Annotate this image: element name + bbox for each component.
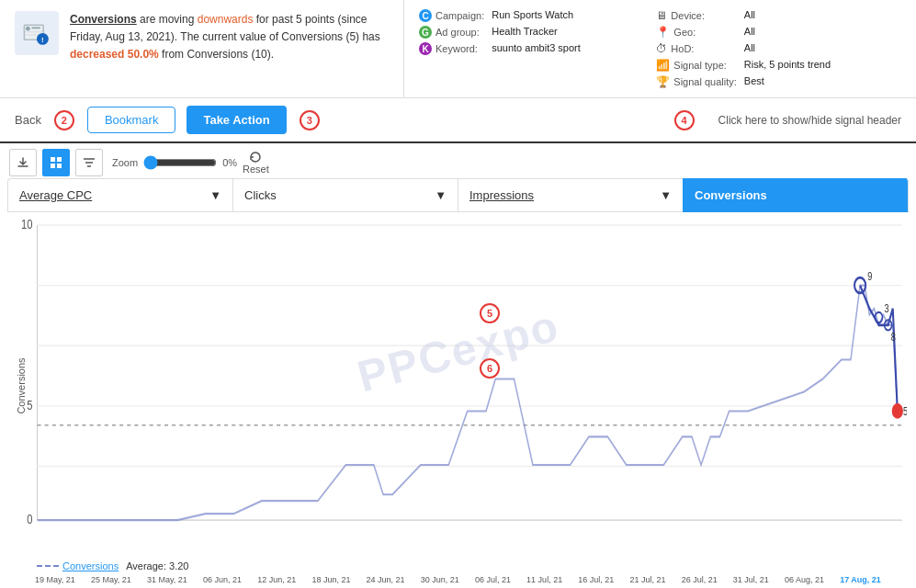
x-label-8: 06 Jul, 21: [475, 575, 511, 584]
tab-impressions-arrow: ▼: [660, 188, 672, 202]
chart-wrapper: PPCexpo Conversions 10 5 0: [9, 212, 907, 559]
filter-button[interactable]: [75, 149, 103, 176]
keyword-value: suunto ambit3 sport: [492, 42, 649, 55]
adgroup-value: Health Tracker: [492, 26, 649, 39]
reset-button[interactable]: Reset: [243, 151, 269, 175]
tab-conversions[interactable]: Conversions: [683, 178, 909, 212]
svg-text:5: 5: [27, 397, 32, 413]
x-label-2: 31 May, 21: [147, 575, 187, 584]
signal-type-value: Risk, 5 points trend: [744, 59, 901, 72]
signal-quality-value: Best: [744, 75, 901, 88]
zoom-row: Zoom 0% Reset: [112, 151, 269, 175]
alert-msg-3: from Conversions (10).: [159, 48, 274, 61]
x-label-14: 06 Aug, 21: [785, 575, 824, 584]
zoom-label: Zoom: [112, 157, 138, 168]
alert-text: Conversions are moving downwards for pas…: [70, 11, 389, 64]
details-section: C Campaign: Run Sports Watch 🖥 Device: A…: [404, 0, 916, 97]
x-label-1: 25 May, 21: [91, 575, 131, 584]
badge-4: 4: [674, 110, 695, 130]
svg-rect-4: [25, 31, 42, 32]
tab-average-cpc[interactable]: Average CPC ▼: [7, 178, 232, 212]
svg-rect-5: [25, 35, 40, 36]
alert-section: ! Conversions are moving downwards for p…: [0, 0, 404, 97]
badge-3: 3: [300, 110, 320, 130]
tab-average-cpc-label: Average CPC: [19, 188, 92, 202]
badge-2: 2: [54, 110, 74, 130]
tab-conversions-label: Conversions: [695, 188, 767, 202]
x-label-7: 30 Jun, 21: [421, 575, 459, 584]
svg-text:!: !: [41, 36, 44, 44]
device-value: All: [744, 9, 901, 22]
adgroup-icon: G: [419, 26, 432, 39]
grid-button[interactable]: [42, 149, 70, 176]
alert-decrease: decreased 50.0%: [70, 48, 159, 61]
take-action-button[interactable]: Take Action: [187, 106, 286, 134]
svg-rect-9: [57, 157, 62, 162]
x-label-12: 26 Jul, 21: [682, 575, 718, 584]
x-label-6: 24 Jun, 21: [367, 575, 405, 584]
average-text: Average: 3.20: [126, 560, 188, 571]
hod-label: ⏱ HoD:: [656, 42, 737, 55]
hod-value: All: [744, 42, 901, 55]
bookmark-button[interactable]: Bookmark: [87, 107, 176, 133]
y-axis-label: Conversions: [16, 357, 27, 413]
x-label-last: 17 Aug, 21: [840, 575, 881, 584]
x-label-3: 06 Jun, 21: [203, 575, 242, 584]
device-label: 🖥 Device:: [656, 9, 737, 22]
zoom-slider[interactable]: [143, 155, 217, 170]
svg-rect-10: [51, 164, 55, 168]
geo-value: All: [744, 26, 901, 39]
legend-item-conversions: Conversions: [37, 560, 119, 571]
signal-type-label: 📶 Signal type:: [656, 59, 737, 72]
alert-icon: !: [15, 11, 59, 55]
alert-msg-1: are moving: [137, 13, 198, 26]
svg-text:10: 10: [21, 216, 32, 232]
legend-line: [37, 565, 59, 567]
x-label-9: 11 Jul, 21: [526, 575, 562, 584]
x-label-0: 19 May, 21: [35, 575, 75, 584]
svg-text:8: 8: [891, 330, 896, 343]
x-label-13: 31 Jul, 21: [733, 575, 769, 584]
svg-text:0: 0: [27, 512, 32, 527]
x-label-10: 16 Jul, 21: [578, 575, 614, 584]
tab-average-cpc-arrow: ▼: [209, 188, 221, 202]
svg-point-32: [892, 403, 903, 419]
chart-control-row: [9, 149, 103, 176]
tab-impressions[interactable]: Impressions ▼: [458, 178, 683, 212]
signal-header-text[interactable]: Click here to show/hide signal header: [718, 114, 901, 127]
svg-text:3: 3: [885, 301, 889, 314]
geo-label: 📍 Geo:: [656, 26, 737, 39]
keyword-icon: K: [419, 42, 432, 55]
x-label-11: 21 Jul, 21: [629, 575, 665, 584]
chart-svg: 10 5 0 9 3 8 5: [9, 212, 907, 559]
x-label-5: 18 Jun, 21: [311, 575, 350, 584]
tab-clicks-label: Clicks: [244, 188, 277, 202]
tab-clicks-arrow: ▼: [435, 188, 447, 202]
keyword-label: K Keyword:: [419, 42, 484, 55]
svg-rect-3: [31, 28, 40, 29]
adgroup-label: G Ad group:: [419, 26, 484, 39]
svg-point-2: [26, 27, 30, 31]
signal-quality-label: 🏆 Signal quality:: [656, 75, 737, 88]
svg-rect-8: [51, 157, 55, 162]
legend-label-conversions[interactable]: Conversions: [62, 560, 119, 571]
top-info-bar: ! Conversions are moving downwards for p…: [0, 0, 916, 98]
legend-area: Conversions Average: 3.20: [0, 559, 916, 573]
tab-clicks[interactable]: Clicks ▼: [232, 178, 458, 212]
download-button[interactable]: [9, 149, 37, 176]
back-button[interactable]: Back: [15, 113, 41, 127]
svg-text:5: 5: [903, 404, 907, 417]
x-label-4: 12 Jun, 21: [257, 575, 296, 584]
x-axis: 19 May, 21 25 May, 21 31 May, 21 06 Jun,…: [0, 573, 916, 588]
campaign-label: C Campaign:: [419, 9, 484, 22]
metric-tabs: Average CPC ▼ Clicks ▼ Impressions ▼ Con…: [7, 178, 909, 212]
alert-direction: downwards: [198, 13, 254, 26]
zoom-value: 0%: [222, 157, 237, 168]
campaign-value: Run Sports Watch: [492, 9, 649, 22]
svg-rect-11: [57, 164, 62, 168]
action-bar: Back 2 Bookmark Take Action 3 4 Click he…: [0, 98, 916, 143]
tab-impressions-label: Impressions: [469, 188, 534, 202]
svg-text:9: 9: [867, 270, 872, 283]
campaign-icon: C: [419, 9, 432, 22]
alert-metric-name: Conversions: [70, 13, 137, 26]
